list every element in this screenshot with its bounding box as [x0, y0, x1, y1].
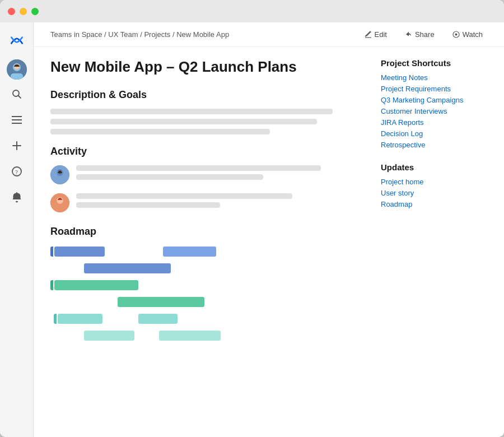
bar-2: [84, 263, 171, 273]
updates-title: Updates: [381, 162, 493, 172]
bar-5a: [58, 314, 102, 324]
top-bar: Teams in Space / UX Team / Projects / Ne…: [34, 22, 504, 47]
sidebar-help[interactable]: ?: [6, 160, 28, 183]
roadmap-row-1: [50, 245, 364, 258]
description-title: Description & Goals: [50, 89, 364, 101]
bar-1a: [54, 247, 105, 257]
user-avatar[interactable]: [7, 59, 27, 80]
page-content: New Mobile App – Q2 Launch Plans Descrip…: [34, 47, 504, 437]
act-line-3: [76, 193, 292, 199]
bar-5b: [138, 314, 178, 324]
bar-1b: [163, 247, 216, 257]
titlebar: [0, 0, 504, 22]
roadmap-row-4: [50, 296, 364, 308]
svg-point-13: [16, 201, 18, 202]
update-link-0[interactable]: Project home: [381, 178, 493, 186]
roadmap-row-6: [50, 329, 364, 342]
act-line-2: [76, 174, 263, 180]
sidebar: ?: [0, 22, 34, 437]
roadmap-row-3: [50, 279, 364, 291]
bar-accent-3: [50, 280, 53, 290]
roadmap-chart: [50, 245, 364, 342]
share-button[interactable]: Share: [400, 28, 439, 41]
minimize-dot[interactable]: [20, 8, 27, 15]
activity-item-2: [50, 193, 364, 212]
edit-icon: [365, 31, 372, 38]
activity-title: Activity: [50, 146, 364, 157]
top-actions: Edit Share Watch: [360, 28, 487, 41]
sidebar-menu[interactable]: [6, 109, 28, 131]
shortcut-link-4[interactable]: JIRA Reports: [381, 118, 493, 127]
roadmap-row-2: [50, 262, 364, 275]
act-line-1: [76, 165, 321, 171]
activity-lines-1: [76, 165, 364, 184]
desc-line-2: [50, 119, 317, 124]
update-link-2[interactable]: Roadmap: [381, 200, 493, 208]
shortcuts-title: Project Shortcuts: [381, 58, 493, 68]
svg-line-5: [18, 96, 21, 99]
shortcut-link-6[interactable]: Retrospective: [381, 141, 493, 149]
edit-button[interactable]: Edit: [360, 28, 391, 41]
svg-rect-2: [11, 73, 23, 80]
shortcut-link-1[interactable]: Project Requirements: [381, 85, 493, 93]
bar-accent-1: [50, 247, 53, 257]
shortcut-link-2[interactable]: Q3 Marketing Campaigns: [381, 96, 493, 104]
activity-section: Activity: [50, 146, 364, 212]
bar-6a: [84, 331, 134, 341]
shortcut-link-5[interactable]: Decision Log: [381, 129, 493, 138]
activity-avatar-2: [50, 193, 69, 212]
close-dot[interactable]: [8, 8, 15, 15]
bar-6b: [159, 331, 221, 341]
breadcrumb: Teams in Space / UX Team / Projects / Ne…: [50, 30, 229, 39]
roadmap-row-5: [50, 313, 364, 325]
content-area: Teams in Space / UX Team / Projects / Ne…: [34, 22, 504, 437]
roadmap-title: Roadmap: [50, 226, 364, 238]
roadmap-section: Roadmap: [50, 226, 364, 342]
svg-text:?: ?: [15, 169, 18, 175]
desc-line-1: [50, 109, 333, 114]
page-title: New Mobile App – Q2 Launch Plans: [50, 58, 364, 76]
act-line-4: [76, 202, 220, 208]
activity-avatar-1: [50, 165, 69, 184]
activity-item-1: [50, 165, 364, 184]
sidebar-search[interactable]: [6, 83, 28, 105]
shortcut-link-3[interactable]: Customer Interviews: [381, 107, 493, 115]
activity-lines-2: [76, 193, 364, 212]
svg-point-16: [455, 34, 457, 36]
app-window: ? Teams in Space / UX Team / Projects / …: [0, 0, 504, 437]
share-icon: [405, 31, 412, 38]
bar-4: [118, 297, 204, 307]
main-layout: ? Teams in Space / UX Team / Projects / …: [0, 22, 504, 437]
bar-3: [54, 280, 138, 290]
watch-icon: [452, 31, 460, 38]
maximize-dot[interactable]: [31, 8, 39, 15]
confluence-logo[interactable]: [6, 29, 28, 52]
updates-section: Updates Project home User story Roadmap: [381, 162, 493, 208]
bar-accent-5: [54, 314, 57, 324]
description-section: Description & Goals: [50, 89, 364, 134]
watch-button[interactable]: Watch: [448, 28, 487, 41]
right-panel: Project Shortcuts Meeting Notes Project …: [381, 47, 504, 437]
desc-line-3: [50, 129, 270, 134]
update-link-1[interactable]: User story: [381, 189, 493, 197]
shortcut-link-0[interactable]: Meeting Notes: [381, 73, 493, 82]
main-content: New Mobile App – Q2 Launch Plans Descrip…: [34, 47, 381, 437]
sidebar-notifications[interactable]: [6, 186, 28, 208]
sidebar-create[interactable]: [6, 134, 28, 157]
